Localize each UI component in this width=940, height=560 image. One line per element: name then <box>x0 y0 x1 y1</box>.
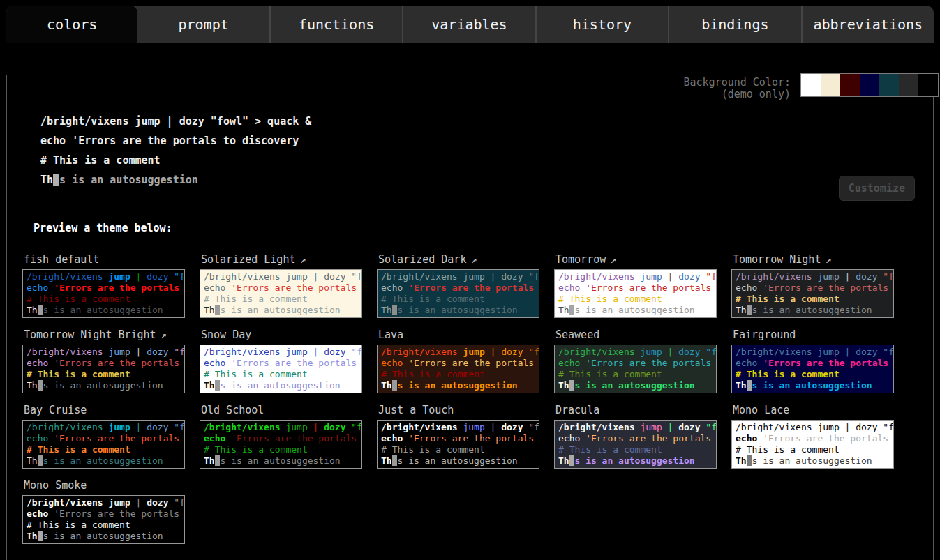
preview-comment-line: # This is a comment <box>27 444 181 455</box>
theme-preview[interactable]: /bright/vixens jump | dozy "fowl" > quac… <box>554 420 717 469</box>
theme-card[interactable]: Just a Touch /bright/vixens jump | dozy … <box>377 402 539 469</box>
preview-autosuggestion-line: This is an autosuggestion <box>381 380 535 391</box>
preview-echo-line: echo 'Errors are the portals to discover… <box>381 433 535 444</box>
theme-card[interactable]: Mono Lace /bright/vixens jump | dozy "fo… <box>731 402 894 469</box>
preview-autosuggestion-line: This is an autosuggestion <box>381 455 535 467</box>
theme-card[interactable]: Fairground /bright/vixens jump | dozy "f… <box>731 327 894 393</box>
preview-comment-line: # This is a comment <box>27 294 181 305</box>
theme-card[interactable]: Tomorrow Night↗ /bright/vixens jump | do… <box>731 252 894 318</box>
tab-abbreviations[interactable]: abbreviations <box>801 6 934 43</box>
preview-echo-line: echo 'Errors are the portals to discover… <box>204 433 358 444</box>
theme-card[interactable]: Dracula /bright/vixens jump | dozy "fowl… <box>554 402 717 469</box>
themes-heading: Preview a theme below: <box>33 222 933 234</box>
theme-card[interactable]: Solarized Light↗ /bright/vixens jump | d… <box>200 252 362 318</box>
preview-comment-line: # This is a comment <box>558 444 713 455</box>
preview-autosuggestion-line: This is an autosuggestion <box>204 305 358 316</box>
theme-card[interactable]: Bay Cruise /bright/vixens jump | dozy "f… <box>22 402 185 469</box>
swatch-white[interactable] <box>801 74 821 96</box>
theme-title: Tomorrow Night↗ <box>733 253 894 266</box>
preview-command-line: /bright/vixens jump | dozy "fowl" > quac… <box>27 422 181 433</box>
external-link-icon[interactable]: ↗ <box>161 328 167 341</box>
preview-comment-line: # This is a comment <box>27 369 181 380</box>
theme-card[interactable]: Solarized Dark↗ /bright/vixens jump | do… <box>377 252 539 318</box>
theme-title-text: Mono Smoke <box>24 479 87 492</box>
preview-echo-line: echo 'Errors are the portals to discover… <box>558 433 713 444</box>
preview-comment-line: # This is a comment <box>381 369 535 380</box>
tab-bar: colors prompt functions variables histor… <box>6 6 934 43</box>
preview-comment-line: # This is a comment <box>736 294 890 305</box>
external-link-icon[interactable]: ↗ <box>825 253 831 266</box>
swatch-teal[interactable] <box>879 74 899 96</box>
external-link-icon[interactable]: ↗ <box>470 253 477 266</box>
preview-command-line: /bright/vixens jump | dozy "fowl" > quac… <box>381 271 535 282</box>
theme-card[interactable]: Tomorrow↗ /bright/vixens jump | dozy "fo… <box>554 252 717 318</box>
terminal-demo: Background Color: (demo only) /bright/vi… <box>22 75 918 206</box>
theme-card[interactable]: Tomorrow Night Bright↗ /bright/vixens ju… <box>22 327 185 393</box>
theme-preview[interactable]: /bright/vixens jump | dozy "fowl" > quac… <box>22 420 185 469</box>
theme-title-text: Snow Day <box>201 328 251 341</box>
preview-autosuggestion-line: This is an autosuggestion <box>27 380 181 391</box>
external-link-icon[interactable]: ↗ <box>299 253 306 266</box>
preview-echo-line: echo 'Errors are the portals to discover… <box>381 282 535 294</box>
swatch-cream[interactable] <box>821 74 840 96</box>
theme-card[interactable]: Old School /bright/vixens jump | dozy "f… <box>200 402 362 469</box>
preview-echo-line: echo 'Errors are the portals to discover… <box>736 282 890 294</box>
swatch-maroon[interactable] <box>840 74 860 96</box>
theme-title-text: fish default <box>24 253 99 266</box>
swatch-charcoal[interactable] <box>899 74 918 96</box>
theme-card[interactable]: Seaweed /bright/vixens jump | dozy "fowl… <box>554 327 717 393</box>
swatch-black[interactable] <box>918 74 938 96</box>
theme-card[interactable]: Lava /bright/vixens jump | dozy "fowl" >… <box>377 327 539 393</box>
preview-comment-line: # This is a comment <box>558 294 713 305</box>
preview-autosuggestion-line: This is an autosuggestion <box>558 380 713 391</box>
theme-title: Solarized Light↗ <box>201 253 362 266</box>
theme-card[interactable]: fish default /bright/vixens jump | dozy … <box>22 252 185 318</box>
preview-autosuggestion-line: This is an autosuggestion <box>558 305 713 316</box>
theme-preview[interactable]: /bright/vixens jump | dozy "fowl" > quac… <box>200 269 362 318</box>
tab-functions[interactable]: functions <box>269 6 402 43</box>
theme-title: Mono Lace <box>733 404 894 416</box>
theme-preview[interactable]: /bright/vixens jump | dozy "fowl" > quac… <box>377 345 539 393</box>
theme-title: fish default <box>24 253 185 266</box>
preview-echo-line: echo 'Errors are the portals to discover… <box>27 282 181 294</box>
theme-preview[interactable]: /bright/vixens jump | dozy "fowl" > quac… <box>22 269 185 318</box>
preview-command-line: /bright/vixens jump | dozy "fowl" > quac… <box>27 497 181 508</box>
tab-history[interactable]: history <box>535 6 668 43</box>
theme-title: Fairground <box>733 328 894 341</box>
demo-cursor: i <box>53 174 59 186</box>
tab-colors[interactable]: colors <box>6 6 137 43</box>
preview-echo-line: echo 'Errors are the portals to discover… <box>736 358 890 369</box>
theme-card[interactable]: Mono Smoke /bright/vixens jump | dozy "f… <box>22 478 185 544</box>
theme-preview[interactable]: /bright/vixens jump | dozy "fowl" > quac… <box>22 345 185 393</box>
swatch-navy[interactable] <box>860 74 879 96</box>
external-link-icon[interactable]: ↗ <box>610 253 616 266</box>
theme-preview[interactable]: /bright/vixens jump | dozy "fowl" > quac… <box>554 345 717 393</box>
theme-card[interactable]: Snow Day /bright/vixens jump | dozy "fow… <box>200 327 362 393</box>
theme-title-text: Seaweed <box>555 328 599 341</box>
theme-preview[interactable]: /bright/vixens jump | dozy "fowl" > quac… <box>731 345 894 393</box>
theme-preview[interactable]: /bright/vixens jump | dozy "fowl" > quac… <box>22 495 185 544</box>
customize-button[interactable]: Customize <box>839 176 915 201</box>
tab-variables[interactable]: variables <box>402 6 535 43</box>
preview-echo-line: echo 'Errors are the portals to discover… <box>558 282 713 294</box>
preview-autosuggestion-line: This is an autosuggestion <box>27 305 181 316</box>
theme-preview[interactable]: /bright/vixens jump | dozy "fowl" > quac… <box>200 420 362 469</box>
preview-autosuggestion-line: This is an autosuggestion <box>27 531 181 542</box>
tab-bindings[interactable]: bindings <box>668 6 800 43</box>
preview-command-line: /bright/vixens jump | dozy "fowl" > quac… <box>27 271 181 282</box>
theme-title-text: Tomorrow <box>555 253 606 266</box>
preview-autosuggestion-line: This is an autosuggestion <box>736 305 890 316</box>
preview-echo-line: echo 'Errors are the portals to discover… <box>27 358 181 369</box>
tab-prompt[interactable]: prompt <box>137 6 269 43</box>
theme-preview[interactable]: /bright/vixens jump | dozy "fowl" > quac… <box>554 269 717 318</box>
theme-preview[interactable]: /bright/vixens jump | dozy "fowl" > quac… <box>731 269 894 318</box>
preview-echo-line: echo 'Errors are the portals to discover… <box>558 358 713 369</box>
theme-preview[interactable]: /bright/vixens jump | dozy "fowl" > quac… <box>731 420 894 469</box>
theme-preview[interactable]: /bright/vixens jump | dozy "fowl" > quac… <box>200 345 362 393</box>
preview-command-line: /bright/vixens jump | dozy "fowl" > quac… <box>558 422 713 433</box>
theme-title-text: Fairground <box>733 328 796 341</box>
preview-command-line: /bright/vixens jump | dozy "fowl" > quac… <box>381 347 535 358</box>
theme-preview[interactable]: /bright/vixens jump | dozy "fowl" > quac… <box>377 269 539 318</box>
theme-title: Old School <box>201 404 362 416</box>
theme-preview[interactable]: /bright/vixens jump | dozy "fowl" > quac… <box>377 420 539 469</box>
